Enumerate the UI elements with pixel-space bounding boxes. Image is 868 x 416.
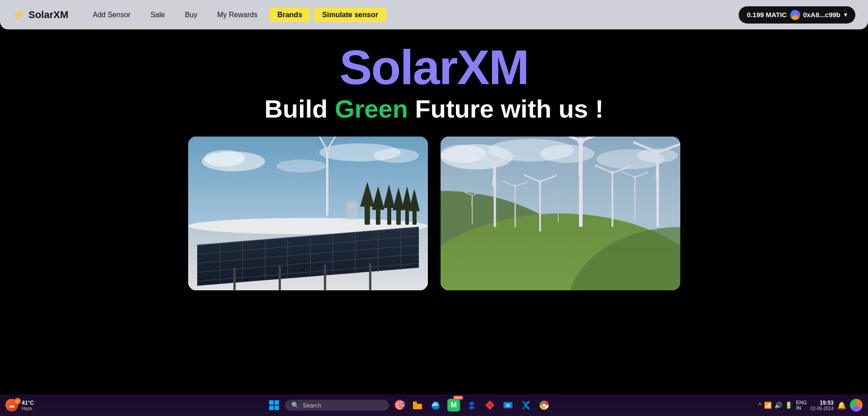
bolt-icon: ⚡ (13, 9, 25, 21)
solar-svg (188, 137, 428, 290)
taskbar: ☁ 1 41°C Haze 🔍 Search 🎯 (0, 394, 868, 416)
svg-line-75 (540, 182, 540, 200)
nav-buy[interactable]: Buy (177, 8, 206, 22)
taskbar-vscode[interactable] (518, 397, 534, 413)
app-icon-green: M (447, 399, 460, 411)
clock-date: 02-06-2024 (811, 406, 834, 411)
svg-rect-36 (324, 265, 326, 290)
taskbar-chrome[interactable] (536, 397, 552, 413)
weather-info: 41°C Haze (22, 400, 34, 411)
win-sq2 (275, 400, 279, 405)
main-content: SolarXM Build Green Future with us ! (0, 29, 868, 394)
user-avatar-taskbar[interactable] (850, 399, 863, 411)
taskbar-emoji-icon: 🎯 (392, 397, 407, 413)
svg-point-45 (346, 201, 358, 206)
wallet-button[interactable]: 0.199 MATIC 0xA8...c99b ▾ (739, 6, 855, 24)
taskbar-dropbox[interactable] (464, 397, 479, 413)
taskbar-red-app[interactable] (482, 397, 498, 413)
logo-text: SolarXM (28, 9, 68, 21)
chevron-down-icon: ▾ (844, 11, 847, 18)
taskbar-file-manager[interactable] (410, 397, 425, 413)
hero-images-row (188, 137, 680, 290)
solar-scene (188, 137, 428, 290)
logo[interactable]: ⚡ SolarXM (13, 9, 68, 21)
navbar: ⚡ SolarXM Add Sensor Sale Buy My Rewards… (0, 0, 868, 29)
locale-info: ENG IN (796, 400, 807, 411)
nav-brands[interactable]: Brands (269, 8, 310, 22)
weather-icon-wrap: ☁ 1 (5, 399, 20, 411)
wallet-avatar-icon (790, 10, 800, 20)
svg-line-98 (558, 195, 558, 204)
svg-line-70 (657, 152, 658, 179)
clock-time: 19:53 (811, 400, 834, 406)
weather-widget: ☁ 1 41°C Haze (5, 399, 34, 411)
wind-farm-image (441, 137, 680, 290)
locale-region: IN (796, 405, 807, 411)
svg-line-90 (515, 186, 515, 200)
svg-line-42 (327, 150, 327, 167)
taskbar-center: 🔍 Search 🎯 M NEW (60, 397, 758, 413)
notification-icon[interactable]: 🔔 (837, 401, 846, 410)
taskbar-outlook[interactable]: O (500, 397, 516, 413)
wallet-matic-amount: 0.199 MATIC (747, 11, 787, 19)
nav-my-rewards[interactable]: My Rewards (209, 8, 266, 22)
hero-title: SolarXM (339, 43, 528, 92)
edge-icon (428, 397, 443, 413)
volume-icon[interactable]: 🔊 (774, 402, 782, 409)
hero-subtitle-part2: Future with us ! (408, 95, 603, 123)
taskbar-search[interactable]: 🔍 Search (285, 400, 389, 411)
dropbox-icon (464, 397, 479, 413)
nav-simulate-sensor[interactable]: Simulate sensor (314, 8, 386, 22)
red-diamond-icon (482, 397, 498, 413)
locale-text: ENG (796, 400, 807, 405)
svg-rect-34 (233, 268, 236, 290)
file-manager-icon (410, 397, 425, 413)
svg-point-50 (540, 145, 594, 163)
up-arrow-icon[interactable]: ^ (758, 402, 761, 409)
new-badge-app-icon: M NEW (446, 397, 461, 413)
weather-temp: 41°C (22, 400, 34, 406)
svg-point-4 (374, 148, 419, 163)
svg-rect-100 (413, 404, 422, 409)
wallet-address-area: 0xA8...c99b ▾ (790, 10, 847, 20)
svg-line-85 (635, 177, 635, 192)
hero-subtitle-part1: Build (265, 95, 335, 123)
svg-marker-104 (469, 402, 475, 406)
win-sq1 (269, 400, 274, 405)
svg-point-5 (276, 160, 326, 172)
win-sq4 (275, 406, 279, 410)
windows-logo-icon (269, 400, 279, 410)
svg-line-94 (472, 195, 472, 205)
wind-svg (441, 137, 680, 290)
win-sq3 (269, 406, 274, 410)
hero-subtitle-green: Green (335, 95, 408, 123)
svg-rect-35 (279, 265, 281, 290)
taskbar-app-emoji[interactable]: 🎯 (392, 397, 407, 413)
weather-desc: Haze (22, 406, 34, 411)
taskbar-left: ☁ 1 41°C Haze (5, 399, 60, 411)
wallet-address-text: 0xA8...c99b (803, 11, 840, 19)
chrome-icon (536, 397, 552, 413)
svg-rect-37 (369, 263, 371, 290)
outlook-icon: O (500, 397, 516, 413)
taskbar-right: ^ 📶 🔊 🔋 ENG IN 19:53 02-06-2024 🔔 (758, 399, 863, 411)
system-tray: ^ 📶 🔊 🔋 (758, 402, 792, 409)
taskbar-edge-browser[interactable] (428, 397, 443, 413)
new-badge: NEW (453, 396, 463, 400)
taskbar-app-new[interactable]: M NEW (446, 397, 461, 413)
windows-start-button[interactable] (266, 397, 282, 413)
wind-scene (441, 137, 680, 290)
svg-line-65 (580, 141, 581, 174)
nav-add-sensor[interactable]: Add Sensor (85, 8, 139, 22)
svg-line-80 (612, 173, 612, 193)
nav-sale[interactable]: Sale (142, 8, 173, 22)
search-icon: 🔍 (291, 402, 299, 409)
svg-point-2 (204, 150, 245, 166)
weather-badge: 1 (14, 398, 21, 404)
solar-panel-image (188, 137, 428, 290)
svg-text:O: O (507, 403, 510, 408)
datetime-display[interactable]: 19:53 02-06-2024 (811, 400, 834, 411)
taskbar-search-text: Search (303, 402, 321, 409)
battery-icon[interactable]: 🔋 (785, 402, 792, 409)
network-icon[interactable]: 📶 (764, 402, 772, 409)
